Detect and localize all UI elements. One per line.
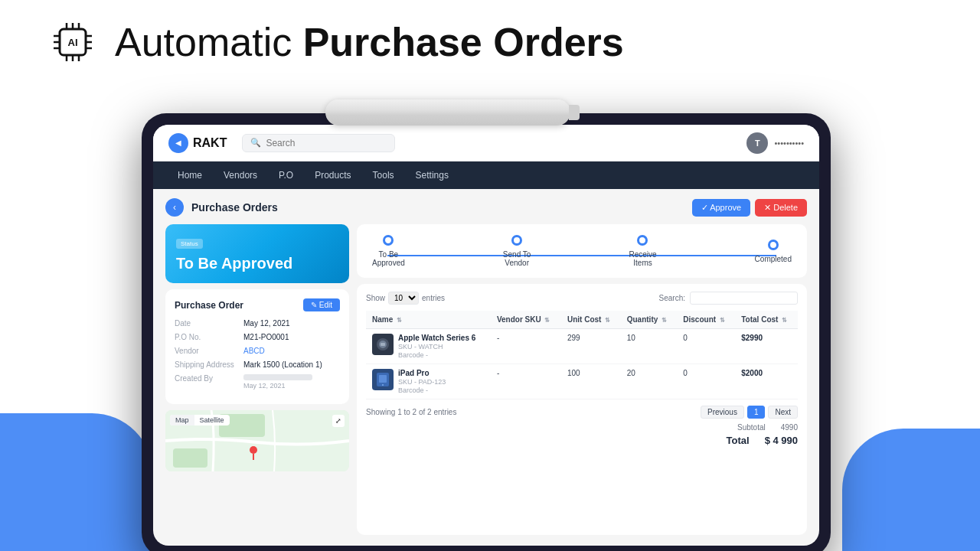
logo-text: RAKT bbox=[193, 136, 227, 150]
po-label-address: Shipping Address bbox=[175, 360, 243, 369]
tablet-device: RAKT 🔍 T •••••••••• Home Vendors P.O Pro… bbox=[142, 113, 831, 551]
table-row: iPad Pro SKU - PAD-123 Barcode - - 100 bbox=[366, 364, 798, 399]
table-info: Showing 1 to 2 of 2 entries bbox=[366, 408, 456, 416]
current-page-btn[interactable]: 1 bbox=[747, 406, 766, 419]
progress-step-1: To BeApproved bbox=[372, 235, 405, 267]
logo-icon bbox=[168, 133, 188, 153]
unit-cost-1: 299 bbox=[561, 329, 621, 364]
map-tab-satellite[interactable]: Satellite bbox=[194, 415, 230, 425]
po-field-address: Shipping Address Mark 1500 (Location 1) bbox=[175, 360, 340, 369]
svg-point-24 bbox=[382, 384, 384, 386]
subtotal-row: Subtotal 4990 bbox=[737, 423, 798, 432]
nav-item-products[interactable]: Products bbox=[305, 165, 360, 185]
po-value-address: Mark 1500 (Location 1) bbox=[243, 360, 322, 369]
svg-rect-23 bbox=[379, 375, 387, 383]
map-container[interactable]: Map Satellite ⤢ bbox=[165, 410, 349, 471]
progress-label-4: Completed bbox=[755, 255, 792, 263]
progress-dot-4 bbox=[768, 240, 779, 250]
po-label-vendor: Vendor bbox=[175, 347, 243, 355]
product-info-2: iPad Pro SKU - PAD-123 Barcode - bbox=[398, 369, 446, 394]
po-field-vendor: Vendor ABCD bbox=[175, 347, 340, 355]
map-tab-map[interactable]: Map bbox=[170, 415, 194, 425]
nav-item-vendors[interactable]: Vendors bbox=[214, 165, 266, 185]
table-header-row: Name ⇅ Vendor SKU ⇅ Unit Cost ⇅ Quantity… bbox=[366, 311, 798, 329]
totals-section: Subtotal 4990 Total $ 4 990 bbox=[366, 423, 798, 446]
col-quantity: Quantity ⇅ bbox=[621, 311, 678, 329]
discount-2: 0 bbox=[677, 364, 735, 399]
po-value-created: May 12, 2021 bbox=[243, 374, 312, 390]
tablet-frame: RAKT 🔍 T •••••••••• Home Vendors P.O Pro… bbox=[142, 113, 831, 551]
table-search-input[interactable] bbox=[690, 292, 798, 305]
show-entries: Show 10 entries bbox=[366, 292, 445, 305]
status-card: Status To Be Approved bbox=[165, 224, 349, 283]
quantity-1: 10 bbox=[621, 329, 678, 364]
progress-label-1: To BeApproved bbox=[372, 250, 405, 267]
header-buttons: ✓ Approve ✕ Delete bbox=[692, 199, 807, 217]
back-button[interactable]: ‹ bbox=[165, 198, 184, 217]
page-header: ‹ Purchase Orders ✓ Approve ✕ Delete bbox=[165, 198, 807, 217]
product-img-2 bbox=[372, 369, 394, 390]
vendor-sku-2: - bbox=[491, 364, 561, 399]
nav-item-po[interactable]: P.O bbox=[270, 165, 302, 185]
ai-icon: AI bbox=[46, 15, 100, 69]
delete-button[interactable]: ✕ Delete bbox=[755, 199, 807, 217]
total-value: $ 4 990 bbox=[765, 435, 798, 446]
col-unit-cost: Unit Cost ⇅ bbox=[561, 311, 621, 329]
quantity-2: 20 bbox=[621, 364, 678, 399]
page-title: Purchase Orders bbox=[191, 201, 278, 214]
user-name: •••••••••• bbox=[774, 139, 804, 148]
entries-select[interactable]: 10 bbox=[388, 292, 419, 305]
col-total-cost: Total Cost ⇅ bbox=[735, 311, 798, 329]
app-screen: RAKT 🔍 T •••••••••• Home Vendors P.O Pro… bbox=[153, 125, 819, 546]
po-label-created: Created By bbox=[175, 374, 243, 390]
search-box[interactable]: 🔍 bbox=[242, 134, 395, 152]
next-page-btn[interactable]: Next bbox=[768, 406, 798, 419]
progress-dot-3 bbox=[637, 235, 648, 246]
nav-item-settings[interactable]: Settings bbox=[407, 165, 458, 185]
progress-dot-1 bbox=[383, 235, 394, 246]
search-input[interactable] bbox=[266, 138, 387, 148]
status-badge: Status bbox=[176, 239, 203, 249]
avatar: T bbox=[746, 132, 768, 154]
progress-dot-2 bbox=[511, 235, 522, 246]
top-navbar: RAKT 🔍 T •••••••••• bbox=[153, 125, 819, 161]
table-row: Apple Watch Series 6 SKU - WATCH Barcode… bbox=[366, 329, 798, 364]
edit-button[interactable]: ✎ Edit bbox=[303, 298, 340, 311]
po-value-number: M21-PO0001 bbox=[243, 333, 289, 341]
page-main-title: Automatic Purchase Orders bbox=[115, 19, 624, 65]
progress-label-3: ReceiveItems bbox=[629, 250, 656, 267]
po-value-vendor[interactable]: ABCD bbox=[243, 347, 265, 355]
progress-tracker: To BeApproved Send ToVendor ReceiveItems bbox=[357, 224, 807, 278]
po-field-created: Created By May 12, 2021 bbox=[175, 374, 340, 390]
vendor-sku-1: - bbox=[491, 329, 561, 364]
nav-item-tools[interactable]: Tools bbox=[364, 165, 403, 185]
status-title: To Be Approved bbox=[176, 255, 338, 272]
right-panel: To BeApproved Send ToVendor ReceiveItems bbox=[357, 224, 807, 535]
table-footer: Showing 1 to 2 of 2 entries Previous 1 N… bbox=[366, 406, 798, 419]
nav-item-home[interactable]: Home bbox=[168, 165, 211, 185]
map-fullscreen-btn[interactable]: ⤢ bbox=[332, 415, 345, 427]
page-content: ‹ Purchase Orders ✓ Approve ✕ Delete St bbox=[153, 189, 819, 546]
header: AI Automatic Purchase Orders bbox=[0, 0, 980, 84]
progress-label-2: Send ToVendor bbox=[503, 250, 531, 267]
progress-step-2: Send ToVendor bbox=[503, 235, 531, 267]
total-label: Total bbox=[727, 435, 750, 446]
product-img-1 bbox=[372, 334, 394, 355]
product-name-cell-2: iPad Pro SKU - PAD-123 Barcode - bbox=[366, 364, 491, 399]
subtotal-label: Subtotal bbox=[737, 423, 766, 432]
prev-page-btn[interactable]: Previous bbox=[701, 406, 744, 419]
subtotal-value: 4990 bbox=[781, 423, 798, 432]
stylus bbox=[325, 99, 570, 126]
total-row: Total $ 4 990 bbox=[727, 435, 798, 446]
progress-line bbox=[387, 255, 776, 256]
pagination: Previous 1 Next bbox=[701, 406, 798, 419]
search-label: Search: bbox=[659, 294, 685, 302]
svg-text:AI: AI bbox=[68, 37, 78, 48]
table-section: Show 10 entries Search: bbox=[357, 284, 807, 535]
po-section-title: Purchase Order bbox=[175, 300, 243, 311]
svg-point-17 bbox=[250, 446, 257, 454]
two-column-layout: Status To Be Approved Purchase Order ✎ E… bbox=[165, 224, 807, 535]
total-cost-2: $2000 bbox=[735, 364, 798, 399]
progress-step-3: ReceiveItems bbox=[629, 235, 656, 267]
approve-button[interactable]: ✓ Approve bbox=[692, 199, 750, 217]
